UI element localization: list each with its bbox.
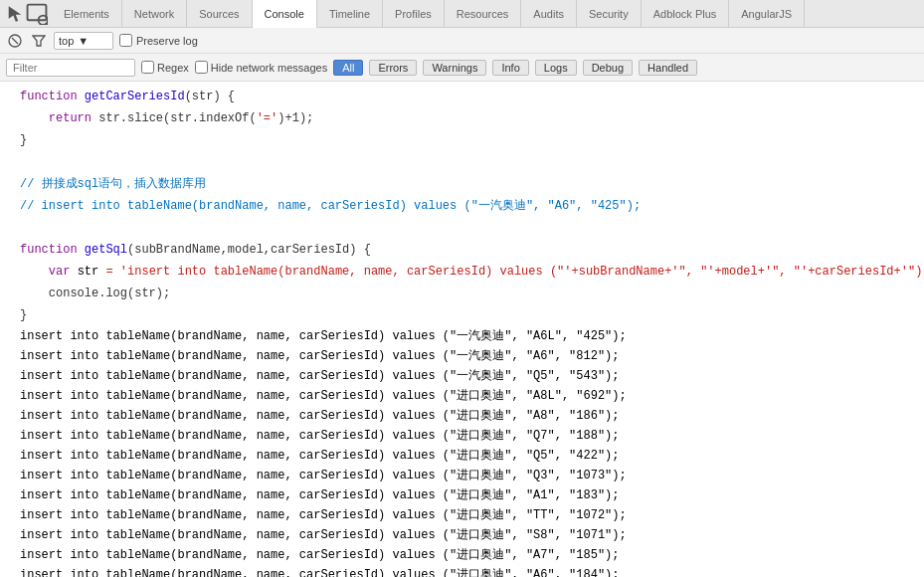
hide-network-checkbox[interactable]: [195, 61, 208, 74]
insert-line-11: insert into tableName(brandName, name, c…: [0, 525, 924, 545]
tab-audits[interactable]: Audits: [521, 0, 577, 28]
code-comment-1: // 拼接成sql语句，插入数据库用: [0, 173, 924, 195]
context-selector[interactable]: top ▼: [54, 32, 113, 50]
insert-line-4: insert into tableName(brandName, name, c…: [0, 386, 924, 406]
insert-line-8: insert into tableName(brandName, name, c…: [0, 466, 924, 485]
svg-rect-0: [28, 4, 47, 20]
clear-console-icon[interactable]: [6, 32, 24, 50]
insert-line-2: insert into tableName(brandName, name, c…: [0, 346, 924, 366]
code-line-2: return str.slice(str.indexOf('=')+1);: [0, 107, 924, 129]
insert-line-5: insert into tableName(brandName, name, c…: [0, 406, 924, 426]
filter-debug-button[interactable]: Debug: [583, 60, 633, 76]
code-line-3: }: [0, 129, 924, 151]
insert-line-7: insert into tableName(brandName, name, c…: [0, 446, 924, 466]
svg-line-4: [12, 38, 18, 44]
hide-network-label[interactable]: Hide network messages: [195, 61, 327, 74]
tab-icons: [4, 3, 48, 25]
preserve-log-checkbox[interactable]: [119, 34, 132, 47]
tab-profiles[interactable]: Profiles: [383, 0, 445, 28]
tab-elements[interactable]: Elements: [52, 0, 122, 28]
tab-bar: Elements Network Sources Console Timelin…: [0, 0, 924, 28]
code-line-6: console.log(str);: [0, 283, 924, 304]
tab-security[interactable]: Security: [577, 0, 642, 28]
console-content[interactable]: function getCarSeriesId(str) { return st…: [0, 82, 924, 577]
chevron-down-icon: ▼: [78, 35, 89, 47]
code-line-1: function getCarSeriesId(str) {: [0, 86, 924, 107]
filter-info-button[interactable]: Info: [492, 60, 528, 76]
filter-input[interactable]: [6, 59, 135, 77]
code-line-5: var str = 'insert into tableName(brandNa…: [0, 261, 924, 283]
filter-errors-button[interactable]: Errors: [369, 60, 417, 76]
filter-bar: Regex Hide network messages All Errors W…: [0, 54, 924, 82]
svg-line-2: [46, 23, 48, 25]
filter-logs-button[interactable]: Logs: [535, 60, 577, 76]
tab-adblock[interactable]: Adblock Plus: [642, 0, 730, 28]
regex-checkbox[interactable]: [141, 61, 154, 74]
tab-console[interactable]: Console: [253, 0, 317, 28]
code-line-blank2: [0, 217, 924, 239]
tab-resources[interactable]: Resources: [445, 0, 522, 28]
inspect-icon[interactable]: [26, 3, 48, 25]
tab-network[interactable]: Network: [122, 0, 187, 28]
code-comment-2: // insert into tableName(brandName, name…: [0, 195, 924, 217]
filter-icon[interactable]: [30, 32, 48, 50]
insert-line-3: insert into tableName(brandName, name, c…: [0, 366, 924, 386]
filter-all-button[interactable]: All: [333, 60, 363, 76]
insert-line-12: insert into tableName(brandName, name, c…: [0, 545, 924, 565]
code-line-7: }: [0, 304, 924, 326]
insert-line-6: insert into tableName(brandName, name, c…: [0, 426, 924, 446]
insert-line-9: insert into tableName(brandName, name, c…: [0, 485, 924, 505]
insert-line-1: insert into tableName(brandName, name, c…: [0, 326, 924, 346]
tab-timeline[interactable]: Timeline: [317, 0, 383, 28]
devtools-cursor-icon[interactable]: [4, 3, 26, 25]
insert-line-10: insert into tableName(brandName, name, c…: [0, 505, 924, 525]
code-line-4: function getSql(subBrandName,model,carSe…: [0, 239, 924, 261]
filter-warnings-button[interactable]: Warnings: [423, 60, 486, 76]
preserve-log-label[interactable]: Preserve log: [119, 34, 198, 47]
svg-marker-5: [33, 36, 45, 46]
insert-line-13: insert into tableName(brandName, name, c…: [0, 565, 924, 577]
tab-sources[interactable]: Sources: [187, 0, 252, 28]
filter-handled-button[interactable]: Handled: [639, 60, 697, 76]
regex-label[interactable]: Regex: [141, 61, 189, 74]
toolbar: top ▼ Preserve log: [0, 28, 924, 54]
code-line-blank1: [0, 151, 924, 173]
tab-angularjs[interactable]: AngularJS: [729, 0, 805, 28]
